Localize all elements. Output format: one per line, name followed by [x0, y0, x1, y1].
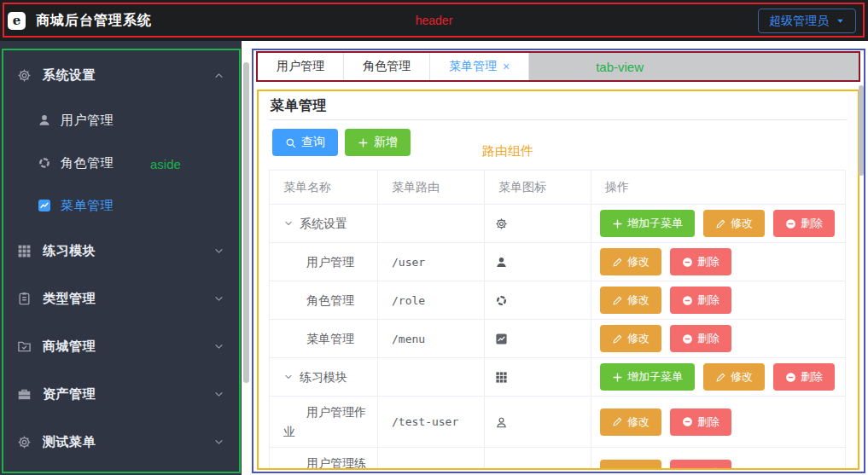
- menu-icon-cell: [485, 358, 591, 397]
- main-area: 用户管理角色管理菜单管理× tab-view 菜单管理 查询 新增 路由组件 菜…: [252, 41, 868, 475]
- sidebar-item-label: 角色管理: [61, 155, 114, 171]
- gear-icon: [17, 435, 32, 449]
- aim-icon: [38, 156, 51, 170]
- operations-cell: 修改删除: [591, 397, 846, 448]
- sidebar-group-0[interactable]: 系统设置: [0, 51, 242, 99]
- sidebar-group-5[interactable]: 测试菜单: [0, 418, 242, 466]
- menu-name-text: 菜单管理: [306, 332, 354, 345]
- app-title: 商城后台管理系统: [36, 12, 152, 30]
- menu-route-cell: /menu: [378, 320, 485, 358]
- edit-button[interactable]: 修改: [600, 460, 661, 471]
- page-title: 菜单管理: [271, 97, 327, 115]
- chevron-down-icon: [213, 293, 224, 304]
- sidebar-scrollbar-thumb[interactable]: [243, 62, 249, 383]
- remove-icon: [785, 372, 796, 383]
- edit-button[interactable]: 修改: [600, 325, 661, 352]
- edit-icon: [612, 295, 623, 306]
- add-button-label: 新增: [374, 135, 398, 150]
- tab-label: 菜单管理: [449, 59, 497, 74]
- menu-name-text: 用户管理: [306, 255, 354, 269]
- user-filled-icon: [495, 256, 508, 269]
- remove-icon: [682, 295, 693, 306]
- expand-caret-icon[interactable]: [283, 218, 294, 229]
- menu-name-text: 用户管理练习: [283, 456, 366, 471]
- menu-name-cell: 菜单管理: [270, 320, 378, 358]
- edit-icon: [715, 372, 726, 383]
- sidebar-group-3[interactable]: 商城管理: [0, 322, 242, 370]
- edit-button[interactable]: 修改: [600, 287, 661, 314]
- delete-button[interactable]: 删除: [670, 460, 731, 471]
- sidebar-item-label: 用户管理: [61, 113, 114, 129]
- menu-icon-cell: [485, 448, 591, 471]
- main-scrollbar-thumb[interactable]: [859, 85, 864, 176]
- tab-2[interactable]: 菜单管理×: [430, 53, 529, 80]
- menu-name-text: 角色管理: [306, 293, 354, 307]
- sidebar-item-label: 菜单管理: [61, 198, 114, 214]
- user-filled-icon: [495, 467, 508, 470]
- edit-button[interactable]: 修改: [703, 363, 765, 391]
- plus-icon: [612, 218, 623, 229]
- sidebar-group-1[interactable]: 练习模块: [0, 227, 242, 275]
- tab-list: 用户管理角色管理菜单管理×: [258, 53, 529, 80]
- add-button[interactable]: 新增: [345, 129, 411, 156]
- annotation-tabview-label: tab-view: [596, 60, 644, 74]
- edit-button[interactable]: 修改: [600, 248, 661, 275]
- sidebar-group-2[interactable]: 类型管理: [0, 275, 242, 322]
- add-child-button-label: 增加子菜单: [627, 369, 683, 385]
- sidebar-scrollbar-track[interactable]: [242, 41, 252, 475]
- edit-button-label: 修改: [627, 254, 650, 269]
- table-row: 用户管理作业/test-user修改删除: [270, 397, 846, 448]
- menu-route-cell: [378, 358, 485, 397]
- menu-name-cell: 用户管理: [270, 243, 378, 281]
- menu-route-cell: /role: [378, 281, 485, 320]
- sidebar-item-0-2[interactable]: 菜单管理: [0, 184, 242, 227]
- edit-button-label: 修改: [627, 331, 650, 346]
- trend-blue-icon: [38, 199, 51, 212]
- user-filled-icon: [38, 113, 51, 127]
- operations-cell: 修改删除: [591, 281, 846, 320]
- tab-0[interactable]: 用户管理: [258, 53, 344, 80]
- add-child-button[interactable]: 增加子菜单: [600, 363, 695, 391]
- caret-down-icon: [836, 16, 845, 26]
- delete-button[interactable]: 删除: [773, 363, 835, 391]
- delete-button[interactable]: 删除: [670, 248, 731, 275]
- gear-icon: [17, 68, 32, 83]
- chevron-down-icon: [213, 389, 224, 400]
- edit-icon: [715, 218, 726, 229]
- delete-button[interactable]: 删除: [670, 325, 731, 352]
- edit-button-label: 修改: [731, 369, 753, 385]
- delete-button[interactable]: 删除: [670, 287, 731, 314]
- logo-letter: e: [13, 13, 21, 28]
- annotation-header-label: header: [416, 14, 453, 27]
- edit-icon: [612, 257, 623, 268]
- menu-name-cell: 系统设置: [270, 205, 378, 243]
- edit-button[interactable]: 修改: [703, 210, 765, 237]
- app-body: 系统设置用户管理角色管理菜单管理练习模块类型管理商城管理资产管理测试菜单 asi…: [0, 41, 868, 475]
- sidebar-item-0-0[interactable]: 用户管理: [0, 99, 242, 142]
- operations-cell: 修改删除: [591, 243, 846, 281]
- edit-button-label: 修改: [627, 466, 650, 471]
- edit-button[interactable]: 修改: [600, 408, 661, 436]
- sidebar-item-0-1[interactable]: 角色管理: [0, 142, 242, 184]
- suitcase-icon: [17, 387, 32, 402]
- user-dropdown-button[interactable]: 超级管理员: [758, 9, 856, 33]
- column-header: 菜单名称: [270, 171, 378, 205]
- remove-icon: [785, 218, 796, 229]
- expand-caret-icon[interactable]: [283, 372, 294, 382]
- app-header: e 商城后台管理系统 超级管理员 header: [0, 0, 868, 41]
- tab-close-icon[interactable]: ×: [503, 61, 510, 72]
- tab-1[interactable]: 角色管理: [344, 53, 430, 80]
- menu-route-cell: /user-test: [378, 448, 485, 471]
- add-child-button[interactable]: 增加子菜单: [600, 210, 695, 237]
- menu-name-cell: 练习模块: [270, 358, 378, 397]
- menu-name-wrap: 系统设置: [283, 214, 370, 234]
- sidebar-group-4[interactable]: 资产管理: [0, 370, 242, 418]
- memo-icon: [17, 292, 32, 306]
- table-row: 角色管理/role修改删除: [270, 281, 846, 320]
- delete-button[interactable]: 删除: [670, 408, 731, 436]
- search-button[interactable]: 查询: [272, 129, 338, 156]
- menu-route-cell: /test-user: [378, 397, 485, 448]
- delete-button[interactable]: 删除: [773, 210, 835, 237]
- sidebar-group-label: 练习模块: [43, 243, 213, 259]
- plus-icon: [612, 372, 623, 383]
